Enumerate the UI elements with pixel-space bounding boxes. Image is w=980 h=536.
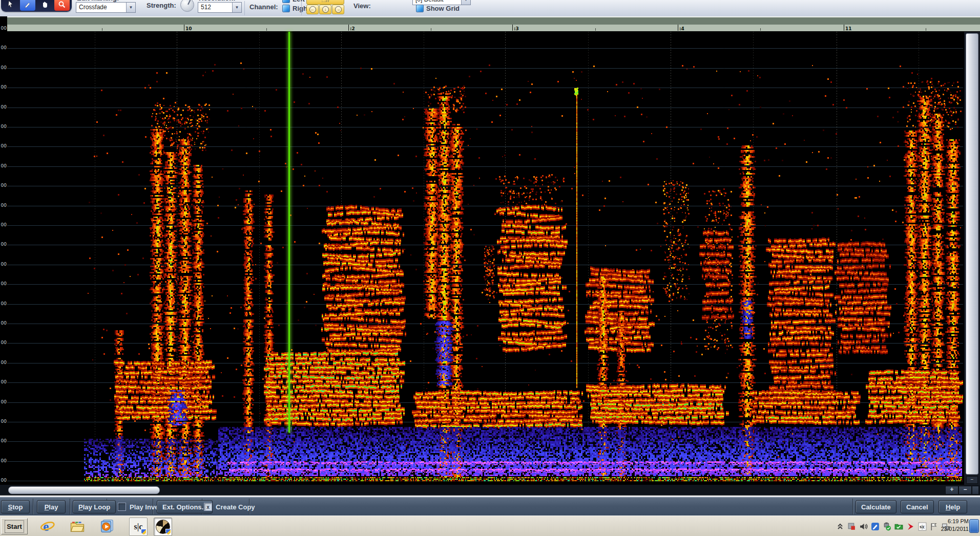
svg-text:e: e — [43, 520, 49, 533]
red-play-icon[interactable] — [906, 522, 915, 531]
ruler-minor-tick — [926, 28, 926, 31]
magnifier-icon — [58, 1, 66, 9]
frequency-tick-label: 00 — [0, 143, 7, 148]
strength-knob[interactable] — [180, 0, 194, 12]
ruler-tick-band: 10:2:3:411 — [7, 25, 980, 32]
checkbox-label: Create Copy — [216, 503, 255, 511]
strength-label: Strength: — [147, 2, 176, 9]
dropdown-arrow-icon[interactable]: ▼ — [232, 3, 241, 12]
media-player-icon[interactable] — [98, 518, 116, 535]
checkbox-unchecked-icon — [118, 503, 126, 511]
ruler-minor-tick — [760, 28, 761, 31]
playhead-cursor[interactable] — [288, 32, 290, 433]
uac-shield-icon — [141, 529, 147, 535]
frequency-tick-label: 00 — [0, 124, 7, 129]
hand-tool-button[interactable] — [37, 0, 53, 11]
frequency-tick-label: 00 — [0, 26, 7, 31]
ruler-minor-tick — [595, 28, 596, 31]
cursor-tool-button[interactable] — [3, 0, 18, 11]
selection-nudge-button[interactable]: ⬚⟩⟩ — [306, 0, 344, 5]
sync-folder-icon[interactable] — [894, 522, 903, 531]
vertical-zoom-out-button[interactable]: − — [966, 476, 978, 484]
ruler-major-tick[interactable] — [348, 25, 349, 31]
frequency-tick-label: 00 — [0, 84, 7, 90]
help-button[interactable]: Help — [939, 500, 967, 513]
resolution-value: 512 — [198, 3, 232, 12]
calculate-button[interactable]: Calculate — [856, 500, 896, 513]
edit-marking-dropdown[interactable]: Crossfade ▼ — [76, 2, 136, 13]
create-copy-checkbox[interactable]: xCreate Copy — [204, 500, 255, 513]
time-ruler[interactable]: 10:2:3:411 — [0, 16, 980, 32]
cancel-button[interactable]: Cancel — [901, 500, 934, 513]
zoom-tool-button[interactable] — [54, 0, 70, 11]
checkbox-checked-icon — [416, 5, 424, 12]
frequency-tick-label: 00 — [0, 65, 7, 70]
arrow-left-icon: ← — [309, 6, 316, 13]
dropdown-arrow-icon[interactable]: ▼ — [461, 0, 470, 5]
frequency-tick-label: 00 — [0, 45, 7, 50]
nudge-left-button[interactable]: ← — [306, 5, 319, 14]
show-desktop-button[interactable] — [969, 519, 979, 533]
app-gray-icon[interactable] — [847, 522, 856, 531]
ie-icon[interactable]: e — [39, 518, 56, 535]
edit-marking-value: Crossfade — [76, 3, 126, 12]
ruler-tick-label: :4 — [679, 26, 684, 31]
ruler-tick-label: :3 — [514, 26, 519, 31]
zoom-spacer-button[interactable] — [972, 486, 979, 495]
resolution-dropdown[interactable]: 512 ▼ — [198, 2, 242, 13]
ruler-tick-label: 11 — [845, 26, 852, 31]
frequency-tick-label: 00 — [0, 438, 7, 443]
ruler-major-tick[interactable] — [844, 25, 844, 31]
start-button[interactable]: Start — [1, 518, 28, 534]
ruler-tick-label: :2 — [350, 26, 355, 31]
frequency-tick-label: 00 — [0, 242, 7, 247]
sc-small-icon[interactable]: s|c — [918, 522, 927, 531]
checkbox-checked-icon — [282, 5, 290, 12]
play-button[interactable]: Play — [37, 500, 66, 513]
spectral-app-icon[interactable] — [154, 518, 172, 536]
ruler-major-tick[interactable] — [512, 25, 513, 31]
volume-icon[interactable] — [859, 522, 868, 531]
start-label: Start — [5, 521, 24, 532]
zoom-out-button[interactable]: − — [958, 486, 972, 495]
transport-bar: StopPlayPlay LoopPlay InverseExt. Option… — [0, 497, 980, 517]
knob-pointer-icon — [187, 0, 191, 5]
play-loop-button[interactable]: Play Loop — [73, 500, 116, 513]
frequency-tick-label: 00 — [0, 281, 7, 286]
windows-taskbar: Start es|c s|c 6:19 PM 23/01/2011 — [0, 516, 980, 536]
taskbar-clock[interactable]: 6:19 PM 23/01/2011 — [929, 518, 969, 533]
view-label: View: — [353, 2, 371, 10]
spectrogram-canvas[interactable] — [7, 32, 963, 485]
pencil-blue-icon[interactable] — [871, 522, 880, 531]
frequency-tick-label: 00 — [0, 399, 7, 404]
show-grid-label: Show Grid — [426, 5, 460, 12]
cursor-icon — [6, 0, 15, 9]
nudge-down-button[interactable]: ↓ — [319, 5, 331, 14]
ruler-minor-tick — [266, 28, 267, 31]
view-value: [0] Default — [413, 0, 461, 5]
vertical-scrollbar-thumb[interactable] — [966, 33, 978, 475]
pencil-tool-button[interactable] — [20, 0, 35, 11]
vertical-scrollbar[interactable]: − — [964, 32, 980, 485]
sc-app-icon[interactable]: s|c — [129, 518, 148, 536]
stop-button[interactable]: Stop — [1, 500, 30, 513]
uac-shield-icon — [165, 529, 171, 535]
frequency-tick-label: 00 — [0, 183, 7, 188]
nudge-right-button[interactable]: → — [332, 5, 344, 14]
zoom-in-button[interactable]: + — [945, 486, 958, 495]
ruler-major-tick[interactable] — [678, 25, 678, 31]
ruler-major-tick[interactable] — [184, 25, 184, 31]
horizontal-scrollbar[interactable]: + − — [0, 485, 980, 495]
channel-right-checkbox[interactable]: Right — [282, 5, 309, 12]
horizontal-scrollbar-thumb[interactable] — [8, 486, 160, 494]
show-grid-checkbox[interactable]: Show Grid — [416, 5, 460, 12]
dropdown-arrow-icon[interactable]: ▼ — [126, 3, 135, 12]
hide-icons-chevron-icon[interactable] — [836, 522, 844, 531]
hand-icon — [41, 1, 49, 9]
toolbar-separator — [301, 1, 302, 15]
transport-divider-line — [33, 499, 33, 514]
clock-date: 23/01/2011 — [929, 525, 969, 533]
svg-text:s|c: s|c — [920, 524, 925, 529]
usb-eject-icon[interactable] — [883, 522, 891, 531]
explorer-icon[interactable] — [69, 518, 86, 535]
